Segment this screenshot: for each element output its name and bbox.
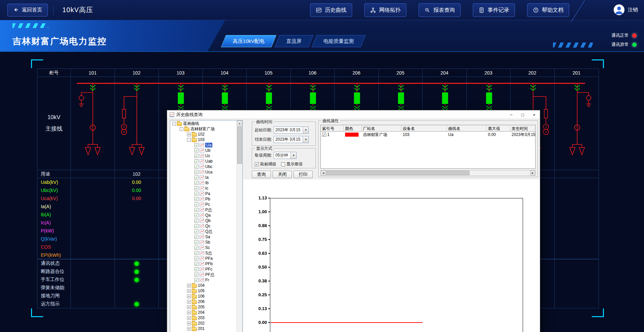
tree-item-203[interactable]: +203 xyxy=(170,315,237,321)
check-icon[interactable]: ✓ xyxy=(194,175,198,179)
tree-item-202[interactable]: +202 xyxy=(170,321,237,326)
tree-item-Ubc[interactable]: ✓Ubc xyxy=(170,164,237,169)
tree-item-PFc[interactable]: ✓PFc xyxy=(170,267,237,272)
expand-icon[interactable]: + xyxy=(187,300,191,304)
tree-item-Qc[interactable]: ✓Qc xyxy=(170,223,237,229)
tree-item-PFa[interactable]: ✓PFa xyxy=(170,256,237,261)
tree-item-Q总[interactable]: ✓Q总 xyxy=(170,229,237,234)
tree-item-204[interactable]: +204 xyxy=(170,310,237,315)
tree-item-Fr[interactable]: ✓Fr xyxy=(170,277,237,283)
expand-icon[interactable]: + xyxy=(187,289,191,293)
tree-item-102[interactable]: +102 xyxy=(170,132,237,137)
check-icon[interactable]: ✓ xyxy=(194,202,198,206)
chevron-down-icon[interactable]: ▼ xyxy=(303,136,308,143)
mouse-capture-checkbox[interactable]: ✓ xyxy=(255,162,259,166)
attr-table-row[interactable]: ✓1吉林财富广场103Ua0.002023年3月15日00时0 xyxy=(321,132,535,138)
expand-icon[interactable]: + xyxy=(187,311,191,314)
tree-item-105[interactable]: +105 xyxy=(170,288,237,294)
expand-icon[interactable]: + xyxy=(187,305,191,309)
expand-icon[interactable]: + xyxy=(187,322,191,325)
tree-item-Pb[interactable]: ✓Pb xyxy=(170,196,237,202)
check-icon[interactable]: ✓ xyxy=(194,181,198,185)
check-icon[interactable]: ✓ xyxy=(194,256,198,260)
check-icon[interactable]: ✓ xyxy=(194,246,198,250)
tree-item-Ub[interactable]: ✓Ub xyxy=(170,148,237,153)
tab-dc-panel[interactable]: 直流屏 xyxy=(275,35,314,47)
chevron-down-icon[interactable]: ▼ xyxy=(290,152,296,159)
tab-power-quality[interactable]: 电能质量监测 xyxy=(312,35,366,47)
tree-item-Ua[interactable]: ✓Ua xyxy=(170,142,237,148)
back-home-button[interactable]: 返回首页 xyxy=(7,4,48,17)
tree-item-Ib[interactable]: ✓Ib xyxy=(170,180,237,186)
check-icon[interactable]: ✓ xyxy=(194,224,198,228)
check-icon[interactable]: ✓ xyxy=(194,170,198,174)
check-icon[interactable]: ✓ xyxy=(194,278,198,282)
attr-col-1[interactable]: 索引号 xyxy=(321,125,344,132)
scroll-up-icon[interactable]: ▲ xyxy=(237,120,242,126)
check-icon[interactable]: ✓ xyxy=(194,192,198,196)
check-icon[interactable]: ✓ xyxy=(194,143,198,147)
check-icon[interactable]: ✓ xyxy=(194,154,198,158)
tree-item-205[interactable]: +205 xyxy=(170,304,237,310)
attr-col-7[interactable]: 发生时间 xyxy=(510,125,535,132)
help-docs-button[interactable]: ? 帮助文档 xyxy=(527,3,569,17)
tree-item-Pa[interactable]: ✓Pa xyxy=(170,191,237,196)
tree-item-Sa[interactable]: ✓Sa xyxy=(170,234,237,240)
check-icon[interactable]: ✓ xyxy=(194,186,198,190)
check-icon[interactable]: ✓ xyxy=(194,213,198,217)
logout-button[interactable]: 注销 xyxy=(613,4,638,16)
check-icon[interactable]: ✓ xyxy=(194,229,198,233)
attr-col-2[interactable]: 颜色 xyxy=(344,125,362,132)
network-topology-button[interactable]: 网络拓扑 xyxy=(364,3,406,17)
curve-visible-checkbox[interactable]: ✓ xyxy=(322,133,326,137)
check-icon[interactable]: ✓ xyxy=(194,148,198,153)
check-icon[interactable]: ✓ xyxy=(194,240,198,244)
tree-scrollbar-thumb[interactable] xyxy=(237,127,242,164)
scroll-left-icon[interactable]: ◀ xyxy=(321,170,326,175)
tree-item-Ia[interactable]: ✓Ia xyxy=(170,175,237,180)
collapse-icon[interactable]: - xyxy=(180,127,183,131)
tree-item-Uca[interactable]: ✓Uca xyxy=(170,169,237,175)
tree-scrollbar[interactable]: ▲ ▼ xyxy=(237,120,242,332)
expand-icon[interactable]: + xyxy=(187,284,191,287)
attr-col-5[interactable]: 曲线名 xyxy=(447,125,487,132)
close-dialog-button[interactable]: 关闭 xyxy=(273,171,292,178)
tab-hv-10kv[interactable]: 高压10kV配电 xyxy=(221,35,277,47)
attr-scrollbar-thumb[interactable] xyxy=(326,171,469,175)
tree-item-吉林财富广场[interactable]: -吉林财富广场 xyxy=(170,126,237,132)
start-date-combo[interactable]: 2023年 3月15 ▼ xyxy=(274,127,309,134)
query-button[interactable]: 查询 xyxy=(252,171,271,178)
tree-item-PFb[interactable]: ✓PFb xyxy=(170,261,237,267)
tree-item-Pc[interactable]: ✓Pc xyxy=(170,202,237,207)
check-icon[interactable]: ✓ xyxy=(194,273,198,277)
print-button[interactable]: 打印 xyxy=(294,171,313,178)
check-icon[interactable]: ✓ xyxy=(194,165,198,169)
tree-item-104[interactable]: +104 xyxy=(170,283,237,288)
chevron-down-icon[interactable]: ▼ xyxy=(303,127,308,133)
tree-item-Uab[interactable]: ✓Uab xyxy=(170,159,237,164)
tree-item-Sc[interactable]: ✓Sc xyxy=(170,245,237,250)
expand-icon[interactable]: + xyxy=(187,133,191,136)
maximize-button[interactable]: □ xyxy=(517,110,528,119)
end-date-combo[interactable]: 2023年 3月15 ▼ xyxy=(274,136,309,143)
minimize-button[interactable]: − xyxy=(505,110,517,119)
event-log-button[interactable]: 事件记录 xyxy=(473,3,515,17)
collapse-icon[interactable]: - xyxy=(187,138,191,142)
check-icon[interactable]: ✓ xyxy=(194,251,198,255)
expand-icon[interactable]: + xyxy=(187,327,191,331)
tree-item-206[interactable]: +206 xyxy=(170,299,237,304)
tree-item-P总[interactable]: ✓P总 xyxy=(170,207,237,213)
attr-col-3[interactable]: 厂站名 xyxy=(362,125,401,132)
attr-horizontal-scrollbar[interactable]: ◀ ▶ xyxy=(320,170,535,176)
tree-item-103[interactable]: -103 xyxy=(170,137,237,142)
report-query-button[interactable]: 报表查询 xyxy=(419,3,461,17)
tree-item-106[interactable]: +106 xyxy=(170,294,237,299)
show-extremes-checkbox[interactable] xyxy=(281,162,285,166)
tree-item-S总[interactable]: ✓S总 xyxy=(170,250,237,256)
tree-item-PF总[interactable]: ✓PF总 xyxy=(170,272,237,277)
scroll-right-icon[interactable]: ▶ xyxy=(530,170,535,175)
attr-col-6[interactable]: 最大值 xyxy=(487,125,510,132)
history-curve-button[interactable]: 历史曲线 xyxy=(310,3,352,17)
check-icon[interactable]: ✓ xyxy=(194,267,198,271)
tree-item-Uc[interactable]: ✓Uc xyxy=(170,153,237,159)
